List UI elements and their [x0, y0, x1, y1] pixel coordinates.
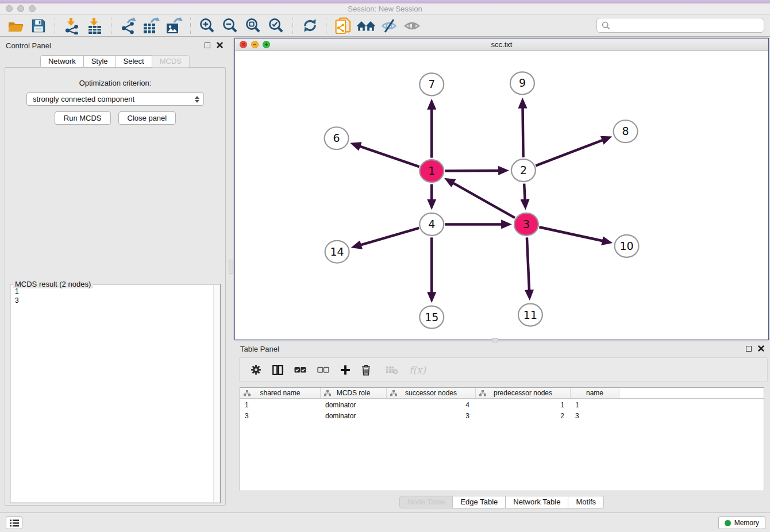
graph-node-1[interactable]: 1	[419, 160, 444, 182]
export-table-button[interactable]	[140, 16, 163, 36]
edge-3-11[interactable]	[527, 237, 529, 290]
column-header-name[interactable]: name	[571, 388, 619, 398]
select-all-rows-button[interactable]	[294, 367, 306, 373]
zoom-fit-button[interactable]	[242, 16, 265, 36]
close-table-panel-icon[interactable]	[758, 345, 764, 352]
result-item: 1	[15, 287, 19, 295]
deselect-all-rows-button[interactable]	[317, 367, 329, 373]
edge-1-6[interactable]	[360, 147, 419, 167]
search-icon	[602, 21, 610, 30]
tab-style[interactable]: Style	[84, 55, 116, 68]
edge-4-14[interactable]	[361, 228, 419, 245]
optimization-criterion-label: Optimization criterion:	[5, 79, 225, 87]
tab-network[interactable]: Network	[40, 55, 84, 68]
table-row[interactable]: 3 dominator 3 2 3	[240, 411, 764, 421]
column-view-button[interactable]	[272, 365, 283, 375]
import-table-button[interactable]	[83, 16, 106, 36]
delete-row-button[interactable]	[361, 364, 371, 376]
status-bar: Memory	[0, 512, 770, 532]
first-neighbors-button[interactable]	[355, 16, 378, 36]
criterion-select[interactable]: strongly connected component	[26, 92, 204, 106]
tab-select[interactable]: Select	[116, 55, 152, 68]
graph-node-14[interactable]: 14	[325, 241, 349, 263]
network-close-button[interactable]: ×	[240, 41, 247, 48]
save-session-button[interactable]	[27, 16, 50, 36]
table-settings-button[interactable]	[251, 364, 261, 375]
export-network-icon	[120, 17, 137, 34]
table-panel-title: Table Panel	[240, 345, 279, 353]
close-panel-icon[interactable]	[217, 42, 223, 48]
export-image-button[interactable]	[163, 16, 186, 36]
edge-1-2[interactable]	[445, 171, 499, 171]
node-label: 10	[620, 240, 634, 252]
gear-icon	[251, 364, 261, 375]
import-network-button[interactable]	[60, 16, 83, 36]
zoom-in-button[interactable]	[196, 16, 219, 36]
vertical-splitter-grip[interactable]	[229, 260, 233, 273]
graph-node-6[interactable]: 6	[325, 127, 349, 149]
zoom-fit-icon	[245, 17, 262, 34]
network-graph[interactable]: 1234678910111415	[235, 51, 768, 340]
edge-2-3[interactable]	[524, 184, 525, 200]
column-header-successor-nodes[interactable]: successor nodes	[387, 388, 476, 398]
toolbar-search[interactable]	[596, 18, 764, 33]
zoom-selected-button[interactable]	[265, 16, 288, 36]
tab-mcds[interactable]: MCDS	[152, 55, 190, 68]
open-session-button[interactable]	[4, 16, 27, 36]
float-panel-icon[interactable]	[205, 43, 210, 48]
cell-successor-nodes: 4	[387, 401, 476, 409]
tab-network-table[interactable]: Network Table	[506, 496, 568, 508]
node-table[interactable]: shared name MCDS role successor nodes pr…	[240, 387, 764, 491]
graph-node-10[interactable]: 10	[615, 235, 639, 257]
graph-node-2[interactable]: 2	[511, 159, 536, 182]
refresh-layout-button[interactable]	[298, 16, 321, 36]
edge-3-1[interactable]	[453, 183, 515, 218]
result-item: 3	[15, 296, 19, 304]
graph-node-9[interactable]: 9	[510, 72, 534, 94]
memory-button[interactable]: Memory	[718, 516, 765, 529]
tab-motifs[interactable]: Motifs	[568, 496, 604, 508]
column-header-predecessor-nodes[interactable]: predecessor nodes	[476, 388, 571, 398]
mcds-result-list[interactable]: 1 3	[11, 285, 220, 502]
network-minimize-button[interactable]: −	[251, 41, 259, 48]
edge-2-9[interactable]	[523, 108, 523, 157]
graph-node-3[interactable]: 3	[514, 213, 538, 236]
column-header-mcds-role[interactable]: MCDS role	[321, 388, 387, 398]
graph-node-8[interactable]: 8	[614, 120, 638, 142]
edge-2-8[interactable]	[536, 140, 602, 165]
network-maximize-button[interactable]: +	[263, 41, 270, 48]
float-table-panel-icon[interactable]	[746, 346, 752, 352]
clone-network-button[interactable]	[332, 16, 355, 36]
tab-edge-table[interactable]: Edge Table	[453, 496, 506, 508]
column-header-shared-name[interactable]: shared name	[240, 388, 321, 398]
control-panel-title: Control Panel	[6, 41, 51, 50]
network-window-title: scc.txt	[235, 38, 768, 51]
result-scrollbar[interactable]	[213, 285, 220, 502]
close-panel-button[interactable]: Close panel	[118, 111, 176, 125]
graph-node-7[interactable]: 7	[419, 73, 444, 95]
zoom-selected-icon	[268, 17, 285, 34]
graph-node-4[interactable]: 4	[419, 213, 444, 236]
add-column-button[interactable]	[340, 365, 351, 375]
select-stepper-icon	[195, 96, 199, 103]
node-label: 14	[330, 245, 344, 258]
edge-3-10[interactable]	[539, 227, 602, 241]
tab-node-table[interactable]: Node Table	[399, 496, 453, 508]
run-mcds-button[interactable]: Run MCDS	[55, 111, 111, 125]
node-label: 9	[519, 76, 526, 89]
search-input[interactable]	[614, 20, 764, 31]
fx-icon: f(x)	[409, 364, 426, 376]
main-toolbar	[0, 15, 770, 37]
graph-node-11[interactable]: 11	[518, 304, 542, 326]
task-history-button[interactable]	[6, 516, 22, 529]
table-row[interactable]: 1 dominator 4 1 1	[240, 400, 764, 410]
network-window-titlebar[interactable]: × − + scc.txt	[235, 38, 768, 51]
control-panel: Control Panel Network Style Select MCDS …	[1, 38, 229, 507]
show-all-button[interactable]	[401, 16, 424, 36]
network-canvas[interactable]: 1234678910111415	[235, 51, 768, 340]
horizontal-splitter-grip[interactable]	[492, 338, 498, 342]
export-network-button[interactable]	[117, 16, 140, 36]
graph-node-15[interactable]: 15	[419, 306, 444, 329]
zoom-out-button[interactable]	[219, 16, 242, 36]
hide-selected-button[interactable]	[378, 16, 401, 36]
